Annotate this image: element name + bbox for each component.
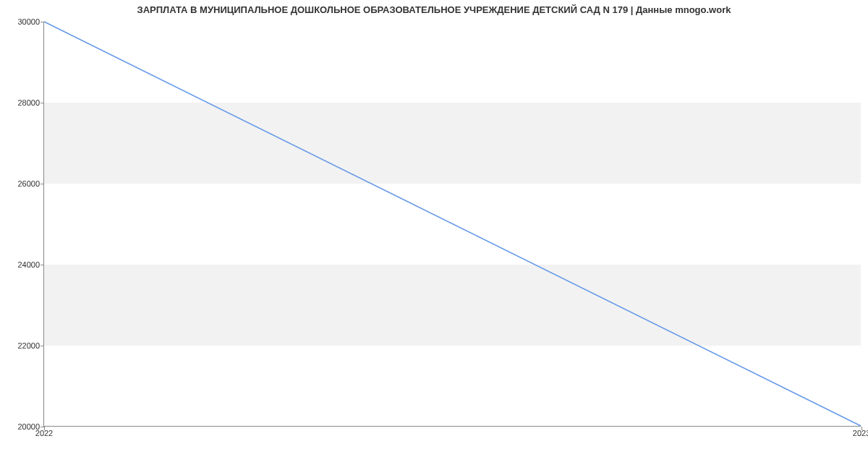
chart-line-svg: [44, 22, 861, 426]
y-axis-tick-label: 28000: [17, 98, 40, 107]
y-axis-tick-mark: [41, 265, 44, 265]
chart-title: ЗАРПЛАТА В МУНИЦИПАЛЬНОЕ ДОШКОЛЬНОЕ ОБРА…: [0, 4, 868, 15]
y-axis-tick-mark: [41, 346, 44, 346]
y-axis-tick-label: 30000: [17, 17, 40, 26]
y-axis-tick-mark: [41, 103, 44, 103]
x-axis-tick-mark: [44, 427, 45, 430]
y-axis-tick-label: 24000: [17, 260, 40, 269]
y-axis-tick-mark: [41, 22, 44, 22]
chart-plot-area: 20000220002400026000280003000020222023: [43, 22, 861, 427]
chart-series-line: [44, 22, 861, 426]
x-axis-tick-mark: [861, 427, 862, 430]
y-axis-tick-label: 22000: [17, 341, 40, 350]
y-axis-tick-mark: [41, 184, 44, 184]
y-axis-tick-label: 26000: [17, 179, 40, 188]
chart: ЗАРПЛАТА В МУНИЦИПАЛЬНОЕ ДОШКОЛЬНОЕ ОБРА…: [0, 0, 868, 470]
x-axis-tick-label: 2023: [853, 429, 868, 437]
